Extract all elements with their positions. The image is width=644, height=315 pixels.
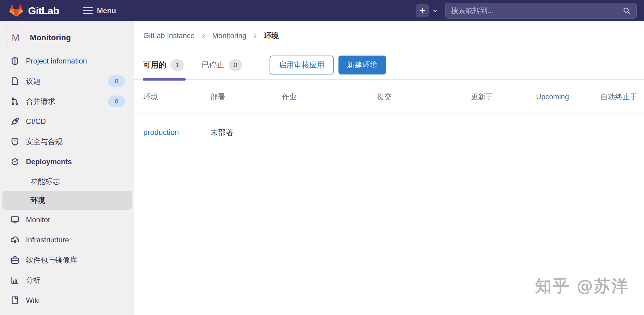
sidebar-item-project-information[interactable]: Project information bbox=[0, 51, 134, 71]
breadcrumb: GitLab Instance Monitoring 环境 bbox=[134, 21, 644, 50]
watermark: 知乎 @苏洋 bbox=[535, 275, 629, 297]
enable-review-apps-button[interactable]: 启用审核应用 bbox=[270, 56, 334, 74]
global-search[interactable] bbox=[445, 3, 637, 19]
package-icon bbox=[10, 255, 20, 265]
search-input[interactable] bbox=[451, 6, 622, 15]
issues-count-badge: 0 bbox=[108, 75, 125, 87]
sidebar-item-ci-cd[interactable]: CI/CD bbox=[0, 111, 134, 132]
merge-requests-count-badge: 0 bbox=[108, 96, 125, 107]
main-content: GitLab Instance Monitoring 环境 可用的 1 已停止 … bbox=[134, 21, 644, 315]
sidebar-item-label: 分析 bbox=[26, 275, 41, 285]
sidebar-item-environments[interactable]: 环境 bbox=[2, 191, 132, 210]
environments-toolbar: 可用的 1 已停止 0 启用审核应用 新建环境 bbox=[134, 50, 644, 80]
tab-stopped-count: 0 bbox=[229, 59, 242, 71]
book-icon bbox=[10, 296, 20, 305]
new-item-plus-button[interactable] bbox=[416, 4, 429, 17]
column-header-deployment: 部署 bbox=[210, 92, 282, 102]
sidebar-item-merge-requests[interactable]: 合并请求 0 bbox=[0, 91, 134, 111]
new-environment-button[interactable]: 新建环境 bbox=[338, 56, 386, 74]
search-icon[interactable] bbox=[622, 6, 631, 15]
menu-label: Menu bbox=[97, 6, 116, 15]
tab-available-label: 可用的 bbox=[143, 60, 166, 70]
issues-icon bbox=[10, 77, 20, 86]
sidebar-item-feature-flags[interactable]: 功能标志 bbox=[0, 172, 134, 191]
column-header-auto-stop: 自动终止于 bbox=[600, 92, 644, 102]
chevron-down-icon bbox=[432, 7, 438, 14]
breadcrumb-environments: 环境 bbox=[264, 31, 279, 41]
sidebar-item-label: 安全与合规 bbox=[26, 137, 63, 147]
sidebar-item-wiki[interactable]: Wiki bbox=[0, 290, 134, 310]
plus-icon bbox=[419, 7, 426, 14]
rocket-icon bbox=[10, 117, 20, 126]
top-navbar: GitLab Menu bbox=[0, 0, 644, 21]
project-information-icon bbox=[10, 56, 20, 66]
sidebar-item-label: Monitor bbox=[26, 215, 50, 224]
table-row: production 未部署 bbox=[134, 114, 644, 137]
sidebar-item-security-compliance[interactable]: 安全与合规 bbox=[0, 132, 134, 152]
column-header-updated: 更新于 bbox=[471, 92, 536, 102]
new-item-dropdown-caret[interactable] bbox=[432, 7, 438, 14]
sidebar-item-infrastructure[interactable]: Infrastructure bbox=[0, 230, 134, 250]
sidebar-item-label: 合并请求 bbox=[26, 96, 55, 106]
environments-table-header: 环境 部署 作业 提交 更新于 Upcoming 自动终止于 bbox=[134, 80, 644, 114]
chart-icon bbox=[10, 276, 20, 285]
column-header-environment: 环境 bbox=[143, 92, 210, 102]
tab-available-count: 1 bbox=[170, 59, 184, 71]
environment-link-production[interactable]: production bbox=[143, 128, 179, 136]
sidebar-item-label: Project information bbox=[26, 57, 87, 65]
tab-stopped[interactable]: 已停止 0 bbox=[202, 50, 242, 79]
shield-icon bbox=[10, 137, 20, 146]
sidebar-item-label: 议题 bbox=[26, 76, 41, 86]
sidebar-item-deployments[interactable]: Deployments bbox=[0, 152, 134, 172]
deployment-status: 未部署 bbox=[210, 127, 282, 137]
sidebar-item-label: Deployments bbox=[26, 158, 72, 166]
breadcrumb-gitlab-instance[interactable]: GitLab Instance bbox=[143, 31, 195, 40]
project-avatar: M bbox=[6, 28, 25, 47]
breadcrumb-monitoring[interactable]: Monitoring bbox=[212, 31, 246, 40]
project-header[interactable]: M Monitoring bbox=[0, 21, 134, 51]
sidebar-item-label: Infrastructure bbox=[26, 236, 69, 244]
hamburger-icon bbox=[83, 7, 93, 14]
deployments-icon bbox=[10, 157, 20, 166]
project-name: Monitoring bbox=[30, 33, 71, 42]
sidebar-item-issues[interactable]: 议题 0 bbox=[0, 71, 134, 91]
cloud-gear-icon bbox=[10, 235, 20, 244]
tab-available[interactable]: 可用的 1 bbox=[143, 50, 184, 79]
sidebar-item-packages-registries[interactable]: 软件包与镜像库 bbox=[0, 250, 134, 270]
chevron-right-icon bbox=[252, 32, 259, 39]
column-header-commit: 提交 bbox=[377, 92, 471, 102]
sidebar-item-label: Wiki bbox=[26, 296, 40, 305]
sidebar-item-label: CI/CD bbox=[26, 117, 46, 126]
sidebar-item-monitor[interactable]: Monitor bbox=[0, 210, 134, 230]
monitor-icon bbox=[10, 215, 20, 224]
sidebar-item-label: 软件包与镜像库 bbox=[26, 255, 77, 265]
tab-stopped-label: 已停止 bbox=[202, 60, 224, 70]
menu-button[interactable]: Menu bbox=[83, 6, 116, 15]
chevron-right-icon bbox=[200, 32, 207, 39]
merge-request-icon bbox=[10, 97, 20, 106]
project-sidebar: M Monitoring Project information 议题 0 bbox=[0, 21, 134, 315]
sidebar-item-analytics[interactable]: 分析 bbox=[0, 270, 134, 290]
brand-wordmark[interactable]: GitLab bbox=[28, 5, 59, 17]
column-header-job: 作业 bbox=[282, 92, 377, 102]
sidebar-nav: Project information 议题 0 合并请求 0 bbox=[0, 51, 134, 310]
column-header-upcoming: Upcoming bbox=[536, 92, 600, 101]
gitlab-logo-icon[interactable] bbox=[9, 4, 23, 17]
